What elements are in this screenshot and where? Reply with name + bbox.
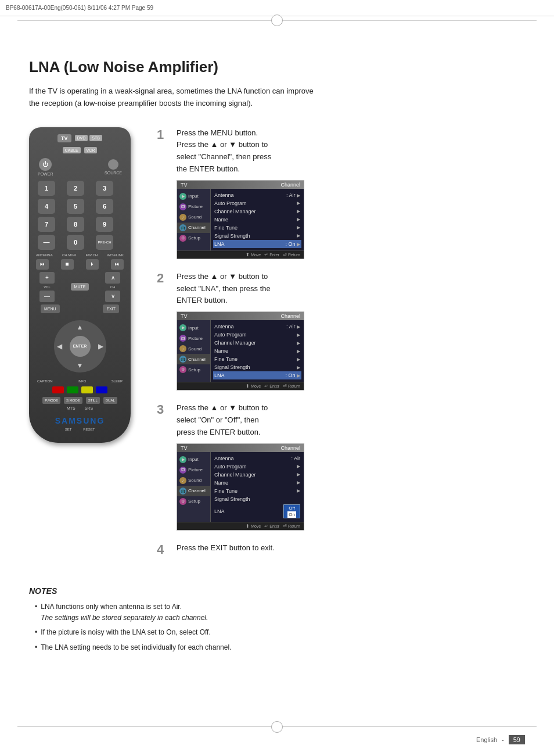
reset-btn[interactable]: RESET <box>83 428 95 431</box>
sidebar2-input: ▶ Input <box>177 323 210 333</box>
btn-2[interactable]: 2 <box>67 181 84 196</box>
nav-down-btn[interactable]: ▼ <box>77 361 84 370</box>
menu-exit-row: MENU EXIT <box>35 304 125 313</box>
note-1-main: LNA functions only when antenna is set t… <box>41 601 208 612</box>
menu2-item-autoprog: Auto Program ▶ <box>214 331 300 339</box>
step-2-line1: Press the ▲ or ▼ button to <box>177 271 525 283</box>
info-btn[interactable]: INFO <box>78 379 86 383</box>
power-source-row: ⏻ POWER SOURCE <box>35 158 125 176</box>
sidebar-picture-label: Picture <box>188 204 203 209</box>
sidebar3-sound: ♪ Sound <box>177 475 210 486</box>
yellow-btn[interactable] <box>81 386 93 393</box>
bottom-row: P.MODE S.MODE STILL DUAL <box>35 397 125 404</box>
stop-btn[interactable]: ⏹ <box>61 259 74 270</box>
srs-btn[interactable]: SRS <box>85 406 93 410</box>
sidebar2-channel-label: Channel <box>188 357 206 362</box>
red-btn[interactable] <box>52 386 64 393</box>
smode-btn[interactable]: S.MODE <box>64 397 82 404</box>
tv-menu-2-sidebar: ▶ Input 🖼 Picture ♪ Sound <box>177 320 211 382</box>
step-1-line2: Press the ▲ or ▼ button to <box>177 139 525 151</box>
btn-7[interactable]: 7 <box>38 217 55 232</box>
dvd-btn[interactable]: DVD <box>75 135 88 141</box>
vol-up-btn[interactable]: + <box>39 272 55 284</box>
btn-4[interactable]: 4 <box>38 199 55 214</box>
play-btn[interactable]: ⏵ <box>86 259 99 270</box>
tv-menu-2-body: ▶ Input 🖼 Picture ♪ Sound <box>177 320 304 382</box>
menu-item-signalstr-1: Signal Strength ▶ <box>214 232 300 240</box>
rew-btn[interactable]: ⏮ <box>36 259 49 270</box>
btn-5[interactable]: 5 <box>67 199 84 214</box>
mts-btn[interactable]: MTS <box>67 406 75 410</box>
source-button[interactable] <box>108 159 118 170</box>
dual-btn[interactable]: DUAL <box>103 397 117 404</box>
tv-menu-1-footer: ⬆ Move ↵ Enter ⏎ Return <box>177 250 304 259</box>
setup-icon: ⚙ <box>179 235 186 242</box>
menu-btn[interactable]: MENU <box>41 304 60 313</box>
sidebar3-input: ▶ Input <box>177 454 210 465</box>
sidebar-input-label: Input <box>188 194 199 199</box>
wiselink-btn[interactable]: WISELINK <box>107 253 124 257</box>
btn-0[interactable]: 0 <box>67 235 84 250</box>
btn-6[interactable]: 6 <box>96 199 113 214</box>
power-button[interactable]: ⏻ <box>39 158 52 171</box>
sleep-btn[interactable]: SLEEP <box>111 379 123 383</box>
tv-label[interactable]: TV <box>57 134 71 142</box>
favch-btn[interactable]: FAV.CH <box>85 253 98 257</box>
still-btn[interactable]: STILL <box>86 397 100 404</box>
menu3-item-antenna: Antenna : Air <box>214 454 300 463</box>
nav-left-btn[interactable]: ◀ <box>57 342 62 350</box>
menu-label: MENU <box>44 307 56 311</box>
antenna-row: ANTENNA CH.MGR FAV.CH WISELINK <box>35 253 125 257</box>
stb-btn[interactable]: STB <box>89 135 102 141</box>
step-2-line2: select "LNA", then press the <box>177 283 525 295</box>
channel3-icon: 📺 <box>179 488 186 495</box>
nav-enter-btn[interactable]: ENTER <box>70 336 91 357</box>
blue-btn[interactable] <box>96 386 107 393</box>
header-text: BP68-00617A-00Eng(050-061) 8/11/06 4:27 … <box>6 5 548 11</box>
vol-down-btn[interactable]: — <box>39 291 55 302</box>
step-3-number: 3 <box>157 402 168 417</box>
cable-btn[interactable]: CABLE <box>63 147 81 153</box>
btn-8[interactable]: 8 <box>67 217 84 232</box>
btn-9[interactable]: 9 <box>96 217 113 232</box>
bottom-circle-deco <box>271 721 283 733</box>
nav-up-btn[interactable]: ▲ <box>77 323 84 331</box>
footer3-move: ⬆ Move <box>246 524 261 529</box>
menu3-item-autoprog: Auto Program ▶ <box>214 463 300 471</box>
btn-3[interactable]: 3 <box>96 181 113 196</box>
pmode-btn[interactable]: P.MODE <box>42 397 60 404</box>
chmgr-btn[interactable]: CH.MGR <box>62 253 76 257</box>
mute-btn[interactable]: MUTE <box>71 283 89 291</box>
btn-dash[interactable]: — <box>38 235 55 250</box>
green-btn[interactable] <box>67 386 78 393</box>
caption-btn[interactable]: CAPTION <box>37 379 53 383</box>
tv-menu-3: TV Channel ▶ Input 🖼 <box>177 443 304 531</box>
note-item-3: The LNA setting needs to be set individu… <box>35 642 525 653</box>
page-footer: English - 59 <box>476 735 525 744</box>
antenna-btn[interactable]: ANTENNA <box>36 253 53 257</box>
tv-menu-1-header-left: TV <box>181 182 188 188</box>
nav-right-btn[interactable]: ▶ <box>98 342 103 350</box>
ch-up-btn[interactable]: ∧ <box>105 272 120 284</box>
btn-1[interactable]: 1 <box>38 181 55 196</box>
source-group: DVD STB <box>75 135 102 141</box>
ch-down-btn[interactable]: ∨ <box>105 291 120 302</box>
step-3-line2: select "On" or "Off", then <box>177 414 525 427</box>
set-btn[interactable]: SET <box>65 428 72 431</box>
remote-top-buttons: TV DVD STB <box>35 134 125 142</box>
ff-btn[interactable]: ⏭ <box>111 259 124 270</box>
notes-section: NOTES LNA functions only when antenna is… <box>29 586 525 653</box>
nav-cluster: ▲ ▼ ◀ ▶ ENTER <box>54 320 106 372</box>
menu2-item-lna: LNA : On ▶ <box>213 371 301 379</box>
sidebar2-channel: 📺 Channel <box>177 354 210 364</box>
note-item-1: LNA functions only when antenna is set t… <box>35 601 525 624</box>
tv-menu-2-footer: ⬆ Move ↵ Enter ⏎ Return <box>177 382 304 390</box>
vcr-btn[interactable]: VCR <box>84 147 98 153</box>
channel2-icon: 📺 <box>179 356 186 363</box>
channel-icon: 📺 <box>179 224 186 231</box>
tv-menu-3-body: ▶ Input 🖼 Picture ♪ Sound <box>177 452 304 522</box>
source-label: SOURCE <box>105 171 122 175</box>
prech-btn[interactable]: PRE-CH <box>96 235 113 250</box>
exit-btn[interactable]: EXIT <box>103 304 119 313</box>
exit-label: EXIT <box>106 307 116 311</box>
